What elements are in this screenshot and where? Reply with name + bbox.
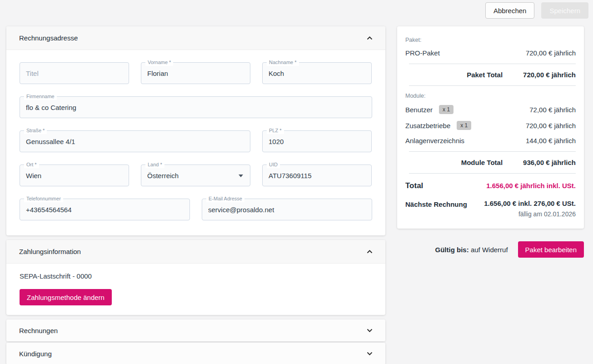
uid-field[interactable]: UID [262, 165, 372, 186]
divider [409, 173, 576, 174]
divider [409, 64, 576, 64]
package-actions-row: Gültig bis: auf Widerruf Paket bearbeite… [397, 241, 584, 258]
payment-method-text: SEPA-Lastschrift - 0000 [20, 272, 372, 280]
form-row: Straße * PLZ * [20, 130, 372, 152]
action-toolbar: Abbrechen Speichern [0, 0, 593, 19]
invoices-card: Rechnungen [6, 319, 385, 341]
plz-input[interactable] [269, 138, 365, 145]
next-invoice-row: Nächste Rechnung 1.656,00 € inkl. 276,00… [405, 199, 576, 218]
total-value: 1.656,00 € jährlich inkl. USt. [486, 182, 576, 189]
module-row: Anlagenverzeichnis 144,00 € jährlich [405, 137, 576, 145]
billing-settings-page: Abbrechen Speichern Rechnungsadresse Vor… [0, 0, 593, 364]
ort-label: Ort * [24, 161, 39, 168]
ort-field[interactable]: Ort * [20, 165, 129, 186]
paket-label: Paket: [405, 37, 576, 43]
billing-address-header[interactable]: Rechnungsadresse [6, 26, 385, 50]
uid-input[interactable] [269, 172, 365, 180]
payment-info-title: Zahlungsinformation [19, 248, 81, 255]
module-label: Module: [405, 93, 576, 99]
cancellation-header[interactable]: Kündigung [6, 343, 385, 364]
paket-total-value: 720,00 € jährlich [523, 71, 576, 79]
paket-price: 720,00 € jährlich [526, 49, 576, 57]
firmenname-field[interactable]: Firmenname [20, 96, 372, 118]
paket-total-label: Paket Total [467, 71, 503, 79]
edit-package-button[interactable]: Paket bearbeiten [518, 241, 584, 258]
change-payment-method-button[interactable]: Zahlungsmethode ändern [20, 289, 112, 305]
chevron-up-icon [367, 250, 373, 254]
valid-until-text: Gültig bis: auf Widerruf [435, 246, 508, 254]
quantity-badge: x 1 [457, 121, 471, 130]
module-total-row: Module Total 936,00 € jährlich [405, 159, 576, 166]
divider [409, 151, 576, 152]
titel-field[interactable] [20, 62, 129, 84]
strasse-input[interactable] [26, 138, 244, 145]
total-row: Total 1.656,00 € jährlich inkl. USt. [405, 181, 576, 190]
valid-until-label: Gültig bis: [435, 246, 469, 254]
next-invoice-label: Nächste Rechnung [405, 199, 467, 218]
telefon-field[interactable]: Telefonnummer [20, 199, 190, 220]
nachname-label: Nachname * [267, 59, 299, 66]
strasse-label: Straße * [24, 127, 47, 134]
vorname-label: Vorname * [145, 59, 173, 66]
module-price: 720,00 € jährlich [526, 122, 576, 130]
chevron-up-icon [367, 36, 373, 40]
divider [409, 85, 576, 86]
paket-row: PRO-Paket 720,00 € jährlich [405, 49, 576, 57]
chevron-down-icon [367, 352, 373, 355]
land-selected-value: Österreich [147, 172, 179, 180]
land-label: Land * [145, 161, 164, 168]
module-price: 72,00 € jährlich [529, 106, 576, 114]
paket-total-row: Paket Total 720,00 € jährlich [405, 71, 576, 79]
package-summary-column: Paket: PRO-Paket 720,00 € jährlich Paket… [397, 26, 584, 258]
vorname-input[interactable] [147, 70, 244, 77]
module-name: Benutzer [405, 106, 433, 114]
total-label: Total [405, 181, 423, 190]
module-name: Zusatzbetriebe [405, 122, 450, 130]
dropdown-caret-icon [239, 175, 243, 177]
nachname-input[interactable] [269, 70, 365, 77]
plz-field[interactable]: PLZ * [262, 130, 372, 152]
cancellation-card: Kündigung [6, 343, 385, 364]
plz-label: PLZ * [267, 127, 284, 134]
cancel-button[interactable]: Abbrechen [485, 2, 535, 19]
content-layout: Rechnungsadresse Vorname * Nachname * [6, 26, 584, 364]
next-invoice-due-date: fällig am 02.01.2026 [484, 210, 576, 218]
quantity-badge: x 1 [439, 105, 453, 114]
next-invoice-amount: 1.656,00 € inkl. 276,00 € USt. [484, 199, 576, 207]
module-total-label: Module Total [461, 159, 503, 166]
land-select[interactable]: Land * Österreich [141, 165, 250, 186]
save-button[interactable]: Speichern [541, 2, 588, 19]
form-row: Firmenname [20, 96, 372, 118]
cancellation-title: Kündigung [19, 350, 52, 358]
payment-info-card: Zahlungsinformation SEPA-Lastschrift - 0… [6, 240, 385, 315]
titel-input[interactable] [26, 70, 123, 77]
telefon-label: Telefonnummer [24, 195, 63, 202]
payment-info-header[interactable]: Zahlungsinformation [6, 240, 385, 264]
module-price: 144,00 € jährlich [526, 137, 576, 145]
telefon-input[interactable] [26, 206, 184, 214]
form-row: Vorname * Nachname * [20, 62, 372, 84]
email-label: E-Mail Adresse [206, 195, 244, 202]
vorname-field[interactable]: Vorname * [141, 62, 250, 84]
module-name: Anlagenverzeichnis [405, 137, 464, 145]
billing-address-form: Vorname * Nachname * Firmenname [6, 50, 385, 235]
payment-info-body: SEPA-Lastschrift - 0000 Zahlungsmethode … [6, 264, 385, 315]
firmenname-label: Firmenname [24, 93, 57, 100]
valid-until-value: auf Widerruf [471, 246, 508, 254]
form-row: Ort * Land * Österreich UID [20, 165, 372, 186]
email-field[interactable]: E-Mail Adresse [202, 199, 372, 220]
chevron-down-icon [367, 329, 373, 332]
email-input[interactable] [208, 206, 366, 214]
ort-input[interactable] [26, 172, 123, 180]
strasse-field[interactable]: Straße * [20, 130, 250, 152]
billing-address-title: Rechnungsadresse [19, 34, 78, 42]
invoices-header[interactable]: Rechnungen [6, 319, 385, 341]
firmenname-input[interactable] [26, 104, 366, 111]
nachname-field[interactable]: Nachname * [262, 62, 372, 84]
module-total-value: 936,00 € jährlich [523, 159, 576, 166]
uid-label: UID [267, 161, 280, 168]
package-summary-card: Paket: PRO-Paket 720,00 € jährlich Paket… [397, 26, 584, 229]
invoices-title: Rechnungen [19, 327, 58, 334]
form-row: Telefonnummer E-Mail Adresse [20, 199, 372, 220]
billing-address-card: Rechnungsadresse Vorname * Nachname * [6, 26, 385, 235]
